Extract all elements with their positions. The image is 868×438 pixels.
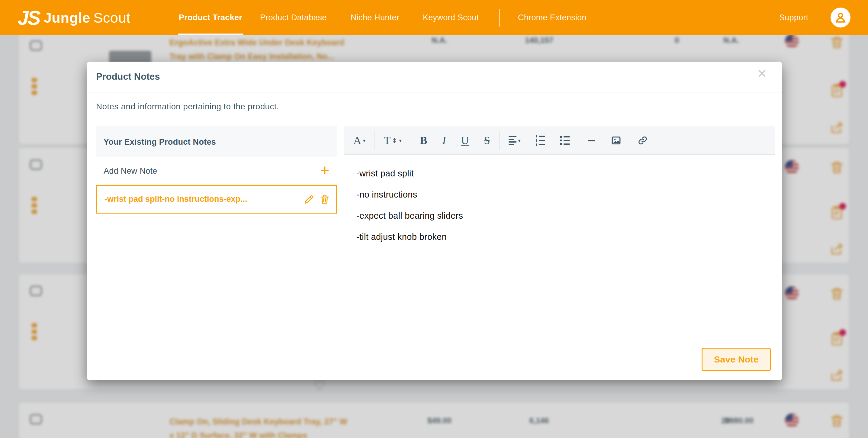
note-title: -wrist pad split-no instructions-exp... xyxy=(104,194,247,204)
chevron-down-icon: ▾ xyxy=(399,138,401,144)
align-icon xyxy=(508,136,517,145)
size-arrows-icon: ↕ xyxy=(392,137,397,145)
align-button[interactable]: ▾ xyxy=(508,136,521,145)
logo-monogram: JS xyxy=(18,6,39,29)
font-color-button[interactable]: A▾ xyxy=(353,134,366,147)
modal-divider xyxy=(87,92,782,92)
ordered-list-button[interactable] xyxy=(536,135,545,146)
edit-pencil-icon[interactable] xyxy=(303,194,315,205)
note-line: -no instructions xyxy=(356,189,775,200)
note-editor-content[interactable]: -wrist pad split -no instructions -expec… xyxy=(344,155,775,243)
chevron-down-icon: ▾ xyxy=(363,138,366,144)
chevron-down-icon: ▾ xyxy=(518,138,521,144)
nav-chrome-extension[interactable]: Chrome Extension xyxy=(518,0,587,35)
nav-product-database[interactable]: Product Database xyxy=(260,0,327,35)
nav-support[interactable]: Support xyxy=(779,0,808,35)
save-note-button[interactable]: Save Note xyxy=(702,348,771,371)
close-icon[interactable]: × xyxy=(757,65,767,81)
add-new-note-label: Add New Note xyxy=(103,166,157,176)
nav-divider xyxy=(499,9,499,27)
nav-niche-hunter[interactable]: Niche Hunter xyxy=(351,0,399,35)
bullet-list-button[interactable] xyxy=(560,136,569,145)
bold-button[interactable]: B xyxy=(420,134,427,147)
existing-notes-panel: Your Existing Product Notes Add New Note… xyxy=(96,127,337,337)
notes-panel-header: Your Existing Product Notes xyxy=(96,127,337,157)
nav-product-tracker[interactable]: Product Tracker xyxy=(179,0,242,35)
underline-button[interactable]: U xyxy=(461,134,469,147)
link-icon xyxy=(637,135,648,146)
modal-subtitle: Notes and information pertaining to the … xyxy=(96,102,279,112)
note-line: -wrist pad split xyxy=(356,168,775,179)
insert-image-button[interactable] xyxy=(610,135,622,146)
person-icon xyxy=(834,11,847,24)
note-editor-panel: A▾ T↕▾ B I U S ▾ xyxy=(344,127,775,337)
account-avatar[interactable] xyxy=(831,7,850,28)
delete-trash-icon[interactable] xyxy=(319,194,331,205)
jungle-scout-logo[interactable]: JS Jungle Scout xyxy=(18,0,130,35)
horizontal-rule-button[interactable] xyxy=(588,140,595,142)
italic-button[interactable]: I xyxy=(442,134,446,147)
insert-link-button[interactable] xyxy=(637,135,648,146)
note-line: -expect ball bearing sliders xyxy=(356,210,775,221)
nav-keyword-scout[interactable]: Keyword Scout xyxy=(423,0,479,35)
logo-word-jungle: Jungle xyxy=(44,9,90,26)
plus-icon[interactable]: + xyxy=(320,157,330,184)
strikethrough-button[interactable]: S xyxy=(484,134,490,147)
editor-toolbar: A▾ T↕▾ B I U S ▾ xyxy=(344,127,775,155)
top-nav: JS Jungle Scout Product Tracker Product … xyxy=(0,0,868,35)
image-icon xyxy=(610,135,622,146)
screen: ErgoActive Extra Wide Under Desk Keyboar… xyxy=(0,0,868,438)
font-size-button[interactable]: T↕▾ xyxy=(384,134,401,147)
horizontal-rule-icon xyxy=(588,140,595,142)
note-list-item-selected[interactable]: -wrist pad split-no instructions-exp... xyxy=(96,185,337,214)
logo-word-scout: Scout xyxy=(93,9,130,26)
product-notes-modal: Product Notes × Notes and information pe… xyxy=(87,62,782,380)
add-new-note-row[interactable]: Add New Note + xyxy=(96,157,337,185)
note-line: -tilt adjust knob broken xyxy=(356,231,775,243)
modal-title: Product Notes xyxy=(96,71,160,82)
